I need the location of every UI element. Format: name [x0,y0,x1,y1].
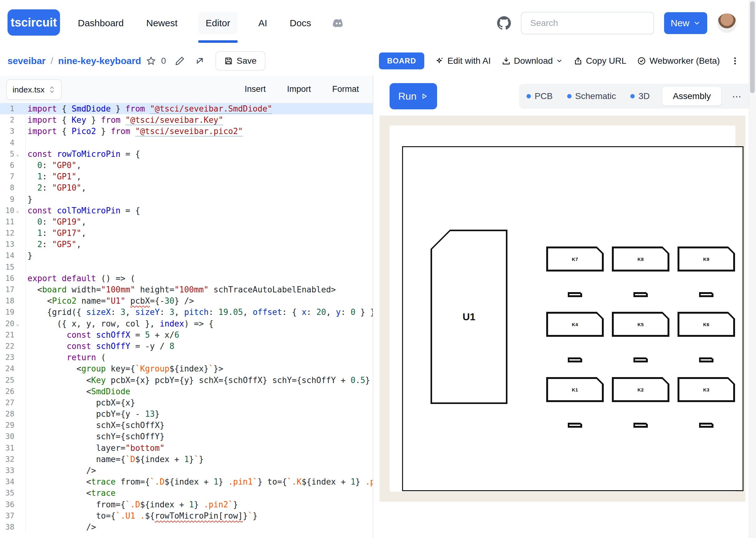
menu-format[interactable]: Format [332,84,359,94]
sparkles-icon [435,56,444,66]
tab-schematic[interactable]: Schematic [565,91,618,101]
diode-slot [701,425,712,426]
fold-arrow-icon[interactable]: ⌄ [14,148,25,160]
code-line[interactable]: 21 const schOffX = 5 + x/6 [0,329,373,341]
code-line[interactable]: 17 <board width="100mm" height="100mm" s… [0,284,373,295]
code-line[interactable]: 3import { Pico2 } from "@tsci/seveibar.p… [0,126,373,137]
code-line[interactable]: 7 1: "GP1", [0,171,373,182]
line-number: 11 [0,216,14,228]
menu-insert[interactable]: Insert [245,84,266,94]
code-line[interactable]: 31 layer="bottom" [0,442,373,454]
assembly-board: U1 K7K8K9K4K5K6K1K2K3 [402,146,743,491]
code-line[interactable]: 14} [0,250,373,261]
code-line[interactable]: 25 <Key pcbX={x} pcbY={y} schX={schOffX}… [0,375,373,386]
code-line[interactable]: 1import { SmdDiode } from "@tsci/seveiba… [0,103,373,114]
code-line-text: schY={schOffY} [25,431,164,442]
save-button[interactable]: Save [215,51,265,71]
tscircuit-logo[interactable]: tscircuit [8,9,60,36]
nav-ai[interactable]: AI [257,12,269,34]
code-line[interactable]: 11 0: "GP19", [0,216,373,228]
code-line[interactable]: 22 const schOffY = -y / 8 [0,341,373,352]
save-icon [224,57,233,65]
breadcrumb-owner[interactable]: seveibar [8,56,46,66]
code-line-text: import { Key } from "@tsci/seveibar.Key" [25,114,223,126]
code-lines[interactable]: 1import { SmdDiode } from "@tsci/seveiba… [0,103,373,538]
nav-newest[interactable]: Newest [145,12,179,34]
top-nav-bar: tscircuit Dashboard Newest Editor AI Doc… [0,0,756,47]
nav-docs[interactable]: Docs [288,12,313,34]
fold-spacer [14,103,25,114]
code-line[interactable]: 26 <SmdDiode [0,386,373,397]
code-line[interactable]: 5⌄const rowToMicroPin = { [0,148,373,160]
code-line[interactable]: 30 schY={schOffY} [0,431,373,442]
code-line[interactable]: 33 /> [0,465,373,476]
code-line[interactable]: 20⌄ ({ x, y, row, col }, index) => { [0,318,373,329]
run-button[interactable]: Run [389,83,437,109]
code-line[interactable]: 19 {grid({ sizeX: 3, sizeY: 3, pitch: 19… [0,306,373,318]
code-line[interactable]: 29 schX={schOffX} [0,420,373,431]
tab-assembly[interactable]: Assembly [662,87,721,106]
code-line[interactable]: 24 <group key={`Kgroup${index}`}> [0,363,373,374]
tabs-more-icon[interactable]: ⋯ [732,91,742,102]
tab-pcb[interactable]: PCB [525,91,554,101]
code-line-text: const schOffY = -y / 8 [25,341,174,352]
fold-spacer [14,408,25,420]
nav-editor[interactable]: Editor [198,12,238,34]
discord-icon[interactable] [332,17,345,30]
open-share-icon[interactable] [195,56,205,66]
copy-url-button[interactable]: Copy URL [573,56,626,66]
code-line[interactable]: 37 to={`.U1 .${rowToMicroPin[row]}`} [0,510,373,521]
code-line[interactable]: 38 /> [0,521,373,533]
board-badge[interactable]: BOARD [379,52,424,69]
component-u1-body: U1 [432,231,506,403]
line-number: 7 [0,171,14,182]
code-line[interactable]: 10⌄const colToMicroPin = { [0,205,373,216]
code-line[interactable]: 15 [0,261,373,273]
file-selector[interactable]: index.tsx [6,80,62,100]
code-line-text: } [25,250,32,261]
code-line[interactable]: 4 [0,137,373,148]
fold-spacer [14,454,25,465]
fold-arrow-icon[interactable]: ⌄ [14,205,25,216]
code-line[interactable]: 18 <Pico2 name="U1" pcbX={-30} /> [0,295,373,306]
kebab-menu-icon[interactable] [730,56,740,66]
code-line-text: const colToMicroPin = { [25,205,140,216]
pencil-icon[interactable] [175,56,185,66]
code-line[interactable]: 13 2: "GP5", [0,239,373,250]
key-label: K2 [637,387,644,393]
avatar[interactable] [717,14,737,33]
code-line[interactable]: 23 return ( [0,352,373,363]
code-line[interactable]: 16export default () => ( [0,273,373,284]
menu-import[interactable]: Import [287,84,311,94]
component-diode [568,423,582,428]
code-line[interactable]: 12 1: "GP17", [0,228,373,239]
nav-dashboard[interactable]: Dashboard [76,12,126,34]
assembly-canvas[interactable]: U1 K7K8K9K4K5K6K1K2K3 [389,126,735,492]
code-line[interactable]: 9} [0,194,373,205]
code-line[interactable]: 32 name={`D${index + 1}`} [0,454,373,465]
code-line-text: ({ x, y, row, col }, index) => { [25,318,213,329]
line-number: 26 [0,386,14,397]
component-u1: U1 [431,230,507,404]
star-icon[interactable] [146,56,156,66]
fold-arrow-icon[interactable]: ⌄ [14,318,25,329]
page-scrollbar-thumb[interactable] [750,1,755,93]
code-line[interactable]: 8 2: "GP10", [0,182,373,193]
view-tabs: PCB Schematic 3D Assembly ⋯ [519,84,754,109]
app-window: tscircuit Dashboard Newest Editor AI Doc… [0,0,756,538]
code-line[interactable]: 2import { Key } from "@tsci/seveibar.Key… [0,114,373,126]
code-line[interactable]: 27 pcbX={x} [0,397,373,408]
code-line[interactable]: 35 <trace [0,487,373,499]
code-line[interactable]: 6 0: "GP0", [0,160,373,171]
download-button[interactable]: Download [501,56,563,66]
edit-with-ai-button[interactable]: Edit with AI [435,56,491,66]
search-input[interactable] [521,12,654,34]
code-line[interactable]: 36 from={`.D${index + 1} .pin2`} [0,499,373,510]
github-icon[interactable] [497,16,511,30]
tab-3d[interactable]: 3D [628,91,652,101]
code-line[interactable]: 28 pcbY={y - 13} [0,408,373,420]
new-button[interactable]: New [664,12,707,34]
code-line[interactable]: 34 <trace from={`.D${index + 1} .pin1`} … [0,476,373,487]
breadcrumb-project[interactable]: nine-key-keyboard [58,56,141,66]
webworker-toggle[interactable]: Webworker (Beta) [637,56,720,66]
